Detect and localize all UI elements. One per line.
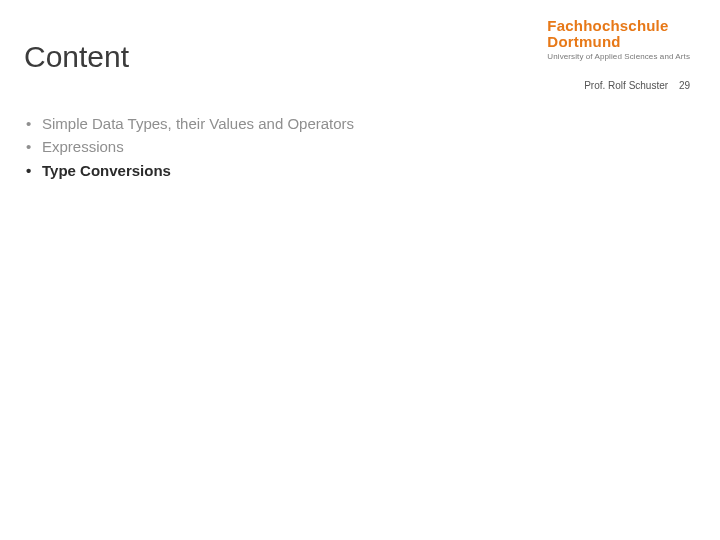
author-name: Prof. Rolf Schuster — [584, 80, 668, 91]
content-area: Simple Data Types, their Values and Oper… — [24, 112, 680, 182]
list-item: Type Conversions — [24, 159, 680, 182]
logo-line-2: Dortmund — [547, 34, 690, 50]
logo-line-1: Fachhochschule — [547, 18, 690, 34]
slide-meta: Prof. Rolf Schuster 29 — [584, 80, 690, 91]
bullet-list: Simple Data Types, their Values and Oper… — [24, 112, 680, 182]
slide: Fachhochschule Dortmund University of Ap… — [0, 0, 720, 540]
list-item: Simple Data Types, their Values and Oper… — [24, 112, 680, 135]
page-title: Content — [24, 40, 129, 74]
list-item: Expressions — [24, 135, 680, 158]
institution-logo: Fachhochschule Dortmund University of Ap… — [547, 18, 690, 61]
logo-subtitle: University of Applied Sciences and Arts — [547, 52, 690, 61]
page-number: 29 — [679, 80, 690, 91]
